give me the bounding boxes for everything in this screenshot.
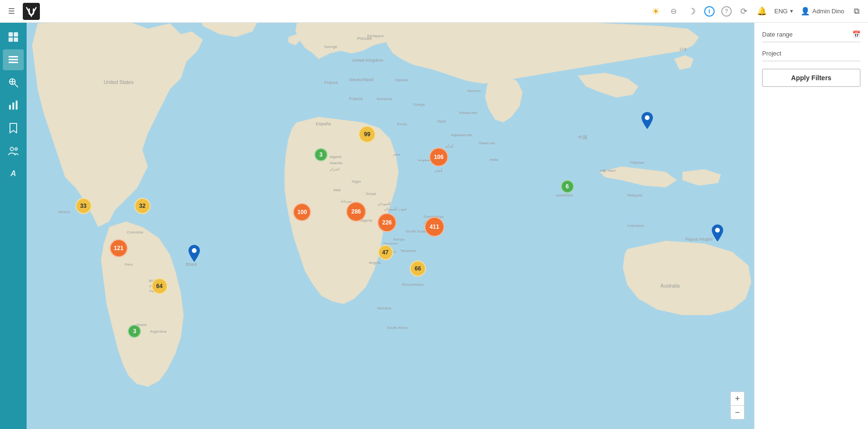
external-link-icon[interactable]: ⧉ [851,6,862,17]
cluster-c7[interactable]: 411 [425,217,444,237]
cluster-c5[interactable]: 286 [346,202,366,222]
sidebar-item-search[interactable] [3,72,24,93]
sidebar-item-list[interactable] [3,49,24,70]
svg-text:Україна: Україна [395,78,408,82]
bell-icon[interactable]: 🔔 [756,6,768,17]
svg-text:إيران: إيران [445,144,453,148]
pin-p1[interactable] [642,112,653,131]
svg-text:Нжжоšio: Нжжоšio [330,161,342,165]
zoom-in-button[interactable]: + [731,392,744,405]
project-label: Project [762,50,781,57]
cluster-c2[interactable]: 3 [314,148,328,161]
svg-text:Malaysia: Malaysia [627,193,642,197]
svg-text:Türkiye: Türkiye [412,103,425,107]
info-icon[interactable]: i [704,6,715,17]
cluster-c13[interactable]: 121 [110,239,128,257]
svg-text:السودان: السودان [377,202,390,206]
svg-rect-4 [9,37,13,42]
date-range-filter: Date range 📅 [762,30,860,42]
svg-text:Niger: Niger [352,179,361,184]
svg-text:Algérie: Algérie [330,155,342,159]
circle-minus-icon[interactable]: ⊖ [668,6,679,17]
cluster-c10[interactable]: 6 [561,180,574,193]
topbar-left: ☰ U [6,3,40,20]
svg-text:France: France [324,80,338,85]
cluster-c14[interactable]: 64 [151,278,168,294]
cluster-c3[interactable]: 106 [429,148,448,167]
menu-icon[interactable]: ☰ [6,6,17,17]
pin-p3[interactable] [189,245,200,264]
language-selector[interactable]: ENG ▼ [774,8,794,15]
zoom-controls: + − [730,392,745,420]
cluster-c6[interactable]: 226 [377,213,396,232]
map-container: United States United Kingdom France Deut… [27,23,754,429]
svg-text:عُمان: عُمان [434,168,443,173]
svg-text:México: México [58,210,70,214]
topbar-right: ☀ ⊖ ☽ i ? ⟳ 🔔 ENG ▼ 👤 Admin Dino ⧉ [650,6,862,17]
svg-rect-2 [9,32,13,37]
svg-text:Ελλάς: Ελλάς [397,122,407,126]
svg-text:Монгол: Монгол [467,89,481,93]
sidebar-item-charts[interactable] [3,95,24,116]
svg-point-84 [645,115,650,120]
svg-text:Tanzania: Tanzania [400,249,416,253]
svg-point-16 [10,148,14,151]
project-label-row: Project [762,50,860,61]
cluster-c4[interactable]: 100 [293,203,311,221]
svg-text:Papua Niugini: Papua Niugini [685,237,713,242]
cluster-c8[interactable]: 47 [378,245,393,260]
svg-rect-13 [9,105,11,110]
svg-rect-15 [16,101,18,110]
svg-text:Mali: Mali [333,188,340,192]
svg-text:Angola: Angola [369,261,381,265]
svg-text:India: India [490,158,498,162]
svg-text:جنوب السودان: جنوب السودان [384,207,407,212]
calendar-icon[interactable]: 📅 [852,30,860,38]
svg-text:Namibia: Namibia [377,306,391,310]
user-menu[interactable]: 👤 Admin Dino [801,7,844,16]
project-filter: Project [762,50,860,61]
svg-text:موريتانيا: موريتانيا [341,199,352,203]
svg-text:ussiiNNoo: ussiiNNoo [556,193,573,197]
cluster-c12[interactable]: 32 [134,198,151,214]
zoom-out-button[interactable]: − [731,406,744,419]
svg-text:Россия: Россия [357,36,371,41]
right-panel: Date range 📅 Project Apply Filters [754,23,868,429]
svg-text:France: France [349,96,363,101]
sidebar-item-people[interactable] [3,140,24,161]
sidebar-item-translate[interactable]: A [3,163,24,184]
cluster-c11[interactable]: 33 [75,198,92,214]
cluster-c15[interactable]: 3 [128,325,141,338]
svg-text:Australia: Australia [660,283,680,289]
sidebar-item-bookmarks[interactable] [3,118,24,139]
cluster-c1[interactable]: 99 [359,126,376,143]
svg-rect-14 [12,103,14,110]
svg-text:Colombia: Colombia [127,230,143,234]
moon-icon[interactable]: ☽ [686,6,698,17]
svg-text:Афганистан: Афганистан [451,133,472,137]
pin-p2[interactable] [712,224,723,243]
svg-text:日本: 日本 [679,47,687,52]
svg-text:Sverige: Sverige [324,45,338,49]
svg-text:United States: United States [104,80,133,85]
language-label: ENG [774,8,788,15]
help-icon[interactable]: ? [721,6,732,17]
sidebar-item-grid[interactable] [3,27,24,47]
chevron-down-icon: ▼ [789,9,794,14]
svg-text:Indonesia: Indonesia [627,224,644,228]
logo: U [23,3,40,20]
svg-point-17 [15,148,18,150]
svg-text:Tchad: Tchad [366,192,376,196]
svg-text:Moçambique: Moçambique [402,283,424,287]
svg-text:South Africa: South Africa [387,326,408,330]
svg-text:Пакистан: Пакистан [479,141,495,145]
apply-filters-button[interactable]: Apply Filters [762,69,860,87]
svg-text:United Kingdom: United Kingdom [352,58,383,63]
svg-text:Perú: Perú [125,262,133,267]
cluster-c9[interactable]: 66 [410,261,426,277]
svg-point-86 [192,248,197,253]
refresh-icon[interactable]: ⟳ [738,6,750,17]
topbar: ☰ U ☀ ⊖ ☽ i ? ⟳ 🔔 ENG ▼ 👤 Admin Dino ⧉ [0,0,868,23]
sun-icon[interactable]: ☀ [650,6,661,17]
svg-rect-8 [9,62,18,63]
